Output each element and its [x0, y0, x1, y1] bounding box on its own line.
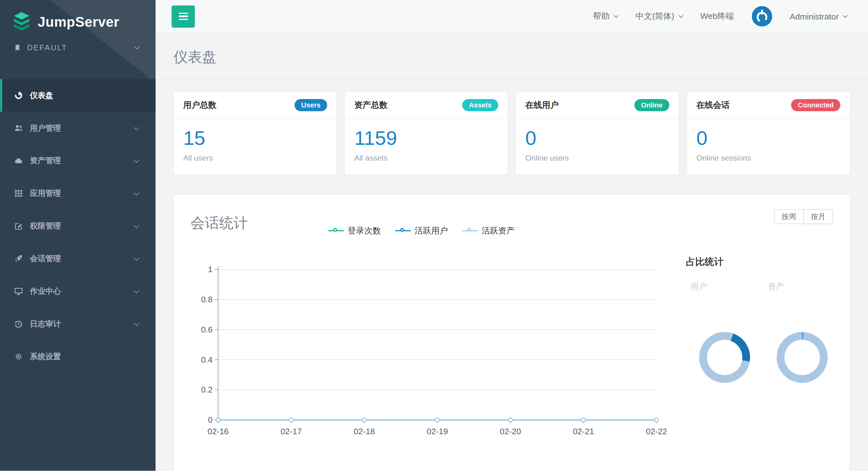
sidebar-item-assets[interactable]: 资产管理 — [0, 144, 156, 177]
chevron-down-icon — [614, 13, 618, 18]
main-area: 帮助 中文(简体) Web终端 — [156, 0, 868, 471]
sidebar-item-applications[interactable]: 应用管理 — [0, 177, 156, 210]
sidebar-item-label: 日志审计 — [30, 319, 61, 329]
chevron-down-icon — [134, 190, 139, 195]
sidebar-item-permissions[interactable]: 权限管理 — [0, 210, 156, 242]
users-donut-chart — [699, 332, 750, 383]
status-badge: Connected — [791, 99, 840, 111]
sidebar-item-sessions[interactable]: 会话管理 — [0, 242, 156, 275]
sidebar-header: JumpServer DEFAULT — [0, 0, 156, 79]
stat-card-title: 资产总数 — [354, 100, 388, 110]
legend-marker-icon — [395, 228, 410, 234]
permissions-icon — [13, 222, 24, 230]
svg-text:02-22: 02-22 — [646, 427, 666, 436]
svg-text:1: 1 — [208, 265, 213, 274]
sidebar-item-jobs[interactable]: 作业中心 — [0, 275, 156, 308]
donut-hole — [784, 340, 820, 375]
sidebar-toggle-button[interactable] — [172, 5, 195, 27]
legend-item-0[interactable]: 登录次数 — [328, 226, 381, 236]
web-terminal-link[interactable]: Web终端 — [701, 11, 734, 21]
stat-card-header: 在线会话 Connected — [687, 92, 850, 119]
stat-card-value: 1159 — [354, 128, 498, 149]
chevron-down-icon — [134, 44, 140, 49]
stat-card-header: 用户总数 Users — [174, 92, 337, 119]
stat-card-header: 在线用户 Online — [516, 92, 679, 119]
sidebar-item-settings[interactable]: 系统设置 — [0, 340, 156, 373]
sidebar: JumpServer DEFAULT 仪表盘 用户管理 资产管理 应用管理 权限… — [0, 0, 156, 471]
stat-card-online[interactable]: 在线用户 Online 0 Online users — [515, 92, 679, 175]
app-name: JumpServer — [38, 13, 120, 30]
org-label: DEFAULT — [27, 43, 67, 52]
applications-icon — [13, 189, 24, 197]
assets-donut-column: 资产 — [763, 281, 841, 383]
stat-card-connected[interactable]: 在线会话 Connected 0 Online sessions — [686, 92, 850, 175]
language-label: 中文(简体) — [636, 11, 674, 21]
svg-text:02-19: 02-19 — [427, 427, 448, 436]
status-badge: Online — [634, 99, 669, 111]
svg-text:02-17: 02-17 — [280, 427, 302, 436]
stat-card-caption: Online sessions — [696, 153, 840, 162]
stat-card-body: 0 Online users — [516, 119, 679, 174]
stat-card-title: 用户总数 — [183, 100, 217, 110]
page-heading: 仪表盘 — [156, 33, 868, 79]
page-title: 仪表盘 — [173, 47, 868, 67]
user-menu[interactable]: Administrator — [790, 12, 847, 21]
svg-text:0.6: 0.6 — [201, 325, 213, 334]
svg-text:02-21: 02-21 — [573, 427, 594, 436]
hamburger-icon — [179, 12, 188, 21]
month-button[interactable]: 按月 — [803, 209, 833, 224]
stat-card-title: 在线会话 — [696, 100, 730, 110]
legend-label: 活跃用户 — [415, 226, 448, 236]
legend-item-2[interactable]: 活跃资产 — [462, 226, 515, 236]
sidebar-item-users[interactable]: 用户管理 — [0, 112, 156, 144]
web-terminal-label: Web终端 — [701, 11, 734, 21]
legend-label: 活跃资产 — [482, 226, 515, 236]
sidebar-nav: 仪表盘 用户管理 资产管理 应用管理 权限管理 会话管理 作业中心 日志审计 系… — [0, 79, 156, 373]
stat-cards-row: 用户总数 Users 15 All users 资产总数 Assets 1159… — [156, 79, 868, 175]
session-panel-title: 会话统计 — [190, 213, 248, 233]
app-logo[interactable]: JumpServer — [0, 8, 156, 32]
stat-card-title: 在线用户 — [525, 100, 559, 110]
svg-text:02-16: 02-16 — [208, 427, 229, 436]
stat-card-caption: All assets — [354, 153, 498, 162]
users-donut-column: 用户 — [686, 281, 764, 383]
org-selector[interactable]: DEFAULT — [0, 43, 156, 52]
audit-icon — [13, 320, 24, 328]
help-label: 帮助 — [593, 11, 610, 21]
topbar-right: 帮助 中文(简体) Web终端 — [593, 6, 847, 26]
session-panel-header: 会话统计 登录次数活跃用户活跃资产 按周 按月 — [190, 209, 833, 236]
stat-card-users[interactable]: 用户总数 Users 15 All users — [173, 92, 337, 175]
language-menu[interactable]: 中文(简体) — [636, 11, 683, 21]
proportion-section: 占比统计 用户 资产 — [686, 256, 841, 383]
legend-item-1[interactable]: 活跃用户 — [395, 226, 448, 236]
stat-card-body: 1159 All assets — [345, 119, 508, 174]
sidebar-item-audit[interactable]: 日志审计 — [0, 308, 156, 340]
assets-donut-chart — [776, 332, 828, 383]
stat-card-body: 0 Online sessions — [687, 119, 850, 174]
help-menu[interactable]: 帮助 — [593, 11, 618, 21]
stat-card-value: 0 — [696, 128, 840, 149]
jumpserver-dashboard: JumpServer DEFAULT 仪表盘 用户管理 资产管理 应用管理 权限… — [0, 0, 868, 471]
sidebar-item-label: 应用管理 — [30, 189, 61, 199]
sidebar-item-dashboard[interactable]: 仪表盘 — [0, 79, 156, 112]
user-avatar[interactable] — [752, 6, 772, 26]
session-stats-panel: 会话统计 登录次数活跃用户活跃资产 按周 按月 00.20.40.60.8102… — [173, 194, 850, 471]
sidebar-item-label: 系统设置 — [30, 351, 61, 362]
svg-text:0.2: 0.2 — [201, 385, 213, 394]
chevron-down-icon — [678, 13, 683, 18]
stat-card-assets[interactable]: 资产总数 Assets 1159 All assets — [344, 92, 508, 175]
jobs-icon — [13, 287, 24, 295]
bookmark-icon — [14, 44, 21, 51]
stat-card-value: 15 — [183, 128, 327, 149]
assets-icon — [13, 157, 24, 165]
settings-icon — [13, 352, 24, 361]
sidebar-item-label: 权限管理 — [30, 221, 61, 231]
chevron-down-icon — [134, 321, 139, 326]
chart-legend: 登录次数活跃用户活跃资产 — [328, 226, 515, 236]
dashboard-icon — [13, 92, 24, 100]
svg-text:0.8: 0.8 — [201, 295, 213, 304]
week-button[interactable]: 按周 — [774, 209, 803, 224]
jumpserver-logo-icon — [11, 11, 32, 32]
legend-label: 登录次数 — [348, 226, 381, 236]
donut-charts: 用户 资产 — [686, 281, 841, 383]
